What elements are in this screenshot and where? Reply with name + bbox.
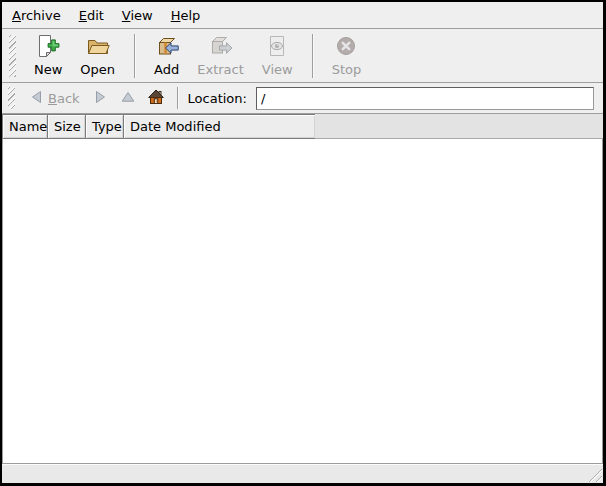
home-icon bbox=[148, 89, 164, 108]
forward-arrow-icon bbox=[92, 89, 108, 108]
view-file-icon bbox=[265, 34, 289, 61]
add-button[interactable]: Add bbox=[146, 31, 187, 80]
column-header-date-modified[interactable]: Date Modified bbox=[123, 114, 316, 139]
navbar-drag-handle[interactable] bbox=[8, 87, 15, 109]
add-files-icon bbox=[155, 34, 179, 61]
resize-grip-icon[interactable] bbox=[586, 466, 602, 482]
view-button-label: View bbox=[262, 62, 293, 77]
column-header-name[interactable]: Name bbox=[2, 114, 48, 139]
up-arrow-icon bbox=[120, 89, 136, 108]
navigation-bar: Back bbox=[2, 83, 603, 114]
menu-bar: Archive Edit View Help bbox=[2, 2, 603, 29]
menu-view[interactable]: View bbox=[113, 4, 162, 27]
stop-button-label: Stop bbox=[332, 62, 362, 77]
extract-button-label: Extract bbox=[197, 62, 244, 77]
new-button[interactable]: New bbox=[26, 31, 70, 80]
file-list-view: Name Size Type Date Modified bbox=[2, 114, 603, 463]
back-button-label: Back bbox=[48, 91, 80, 106]
extract-icon bbox=[209, 34, 233, 61]
toolbar-separator bbox=[312, 34, 313, 78]
add-button-label: Add bbox=[154, 62, 179, 77]
status-bar bbox=[2, 463, 603, 483]
location-input[interactable] bbox=[256, 87, 594, 110]
open-button-label: Open bbox=[80, 62, 115, 77]
menu-edit-label: Edit bbox=[79, 8, 104, 23]
toolbar-drag-handle[interactable] bbox=[9, 35, 16, 77]
file-list-body[interactable] bbox=[2, 139, 603, 463]
file-list-header: Name Size Type Date Modified bbox=[2, 114, 603, 139]
menu-view-label: View bbox=[122, 8, 153, 23]
extract-button[interactable]: Extract bbox=[189, 31, 252, 80]
back-button[interactable]: Back bbox=[23, 86, 86, 111]
menu-archive-label: Archive bbox=[12, 8, 61, 23]
navbar-separator bbox=[177, 87, 178, 109]
toolbar-separator bbox=[134, 34, 135, 78]
stop-icon bbox=[334, 34, 358, 61]
column-header-type[interactable]: Type bbox=[85, 114, 124, 139]
open-button[interactable]: Open bbox=[72, 31, 123, 80]
menu-edit[interactable]: Edit bbox=[70, 4, 113, 27]
column-header-size[interactable]: Size bbox=[47, 114, 86, 139]
home-button[interactable] bbox=[142, 86, 170, 111]
forward-button[interactable] bbox=[86, 86, 114, 111]
new-button-label: New bbox=[34, 62, 62, 77]
back-arrow-icon bbox=[29, 89, 45, 108]
up-button[interactable] bbox=[114, 86, 142, 111]
toolbar: New Open Add bbox=[2, 29, 603, 83]
new-archive-icon bbox=[36, 34, 60, 61]
menu-archive[interactable]: Archive bbox=[3, 4, 70, 27]
column-header-filler bbox=[315, 114, 603, 139]
stop-button[interactable]: Stop bbox=[324, 31, 370, 80]
menu-help-label: Help bbox=[171, 8, 201, 23]
archive-manager-window: Archive Edit View Help New bbox=[2, 2, 603, 483]
menu-help[interactable]: Help bbox=[162, 4, 210, 27]
open-folder-icon bbox=[86, 34, 110, 61]
view-button[interactable]: View bbox=[254, 31, 301, 80]
location-label: Location: bbox=[188, 91, 247, 106]
